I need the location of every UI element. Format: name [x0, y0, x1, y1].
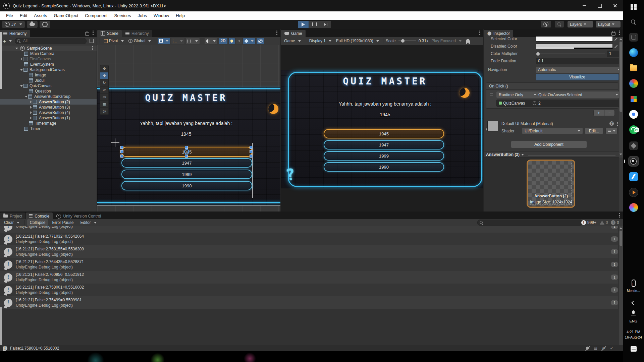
tab-scene[interactable]: Scene — [97, 30, 122, 37]
2d-toggle[interactable]: 2D — [219, 38, 227, 44]
hierarchy-item-answerbutton-4[interactable]: AnswerButton (4) — [0, 110, 97, 115]
audio-toggle[interactable] — [236, 38, 242, 44]
expand-arrow-icon[interactable] — [19, 85, 23, 87]
whatsapp-icon[interactable]: 26 — [629, 125, 638, 134]
console-scrollbar-thumb[interactable] — [620, 231, 622, 246]
menu-services[interactable]: Services — [111, 11, 135, 20]
hierarchy-item-timer[interactable]: Timer — [0, 126, 97, 131]
menu-file[interactable]: File — [3, 11, 16, 20]
hierarchy-item-quizcanvas[interactable]: QuizCanvas — [0, 83, 97, 88]
status-message[interactable]: False:2.758001=0.5516002 — [10, 346, 59, 351]
hierarchy-item-image[interactable]: Image — [0, 72, 97, 78]
move-tool-button[interactable]: ✛ — [100, 72, 108, 79]
console-search-field[interactable] — [477, 220, 583, 226]
hidden-icons-chevron[interactable] — [629, 298, 638, 307]
menu-edit[interactable]: Edit — [16, 11, 31, 20]
scene-answer-option-4[interactable]: 1990 — [121, 181, 252, 190]
editor-dropdown[interactable]: Editor — [77, 219, 99, 226]
game-answer-option-4[interactable]: 1990 — [324, 162, 444, 172]
start-button[interactable] — [629, 3, 638, 11]
drag-handle-icon[interactable] — [490, 93, 493, 96]
selection-handle[interactable] — [120, 146, 123, 149]
edge-browser-icon[interactable] — [629, 48, 638, 57]
google-app-icon[interactable] — [629, 79, 638, 88]
expand-arrow-icon[interactable] — [24, 96, 28, 98]
menu-assets[interactable]: Assets — [31, 11, 50, 20]
scene-picker-icon[interactable] — [88, 38, 95, 44]
effects-dropdown[interactable] — [243, 38, 255, 44]
color-multiplier-slider[interactable] — [536, 54, 605, 54]
resolution-dropdown[interactable]: Full HD (644x362) — [334, 38, 381, 44]
tab-hierarchy-docked[interactable]: Hierarchy — [122, 30, 152, 37]
snap-increment-toggle[interactable] — [186, 38, 200, 44]
menu-window[interactable]: Window — [150, 11, 172, 20]
console-log-entry[interactable]: [16:21:21] False:2.771032=0.5542064Unity… — [0, 233, 618, 245]
display-dropdown[interactable]: Display 1 — [308, 38, 333, 44]
tab-hierarchy[interactable]: Hierarchy — [0, 30, 30, 37]
eyedropper-icon[interactable] — [613, 37, 618, 41]
disabled-color-swatch[interactable] — [536, 44, 613, 49]
eyedropper-icon[interactable] — [613, 44, 618, 49]
console-log-entry[interactable]: [16:21:21] False:2.764435=0.5528871Unity… — [0, 258, 618, 271]
selection-handle[interactable] — [250, 146, 253, 149]
panel-menu-icon[interactable] — [619, 30, 620, 36]
selection-handle[interactable] — [120, 155, 123, 158]
view-tool-button[interactable]: ✥ — [100, 65, 108, 72]
scene-viewport[interactable]: QUIZ MASTER Yahhh, tapi jawaban yang ben… — [97, 45, 280, 212]
expand-arrow-icon[interactable] — [29, 101, 33, 103]
game-answer-option-2[interactable]: 1947 — [324, 140, 444, 149]
layout-dropdown[interactable]: Layout — [596, 21, 621, 27]
console-log-entry[interactable]: [16:21:21] False:2.75499=0.5509981UnityE… — [0, 296, 618, 309]
pause-button[interactable] — [309, 21, 320, 28]
hierarchy-item-main-camera[interactable]: Main Camera — [0, 51, 97, 56]
taskbar-search-button[interactable] — [629, 17, 638, 26]
shader-presets-button[interactable] — [605, 128, 618, 134]
selection-handle[interactable] — [250, 155, 253, 158]
clear-button[interactable]: Clear — [1, 219, 22, 226]
hidden-objects-toggle[interactable] — [257, 38, 264, 44]
menu-gameobject[interactable]: GameObject — [50, 11, 82, 20]
grid-snapping-toggle[interactable] — [158, 38, 170, 44]
hierarchy-search-input[interactable] — [22, 38, 84, 44]
inspector-scrollbar-thumb[interactable] — [620, 42, 622, 112]
debug-bug-icon[interactable] — [465, 38, 471, 44]
play-focused-dropdown[interactable]: Play Focused — [430, 38, 463, 44]
shader-edit-button[interactable]: Edit... — [585, 128, 603, 134]
selection-handle[interactable] — [185, 155, 188, 158]
fade-duration-field[interactable]: 0.1 — [536, 58, 623, 64]
custom-tool-button[interactable]: ◎ — [100, 108, 108, 115]
inspector-scrollbar[interactable] — [619, 37, 623, 158]
create-object-button[interactable]: + — [1, 38, 13, 44]
move-snap-toggle[interactable] — [171, 38, 184, 44]
on-click-function-dropdown[interactable]: Quiz.OnAnswerSelected — [536, 92, 621, 98]
chrome-icon[interactable] — [629, 110, 638, 119]
selection-handle[interactable] — [250, 150, 253, 153]
scale-slider[interactable] — [398, 41, 416, 41]
account-dropdown[interactable]: JY — [2, 21, 25, 28]
help-icon[interactable]: ? — [609, 121, 614, 126]
undo-history-button[interactable] — [541, 21, 551, 27]
hierarchy-item-backgroundcanvas[interactable]: BackgroundCanvas — [0, 67, 97, 72]
maximize-button[interactable] — [592, 0, 607, 11]
step-button[interactable] — [320, 21, 331, 28]
error-filter-badge[interactable]: !0 — [609, 220, 621, 226]
expand-arrow-icon[interactable] — [15, 48, 19, 49]
selected-color-swatch[interactable] — [536, 36, 613, 42]
code-coverage-icon[interactable]: ✓ — [609, 346, 614, 351]
menu-component[interactable]: Component — [82, 11, 111, 20]
preview-drag-handle[interactable] — [528, 154, 615, 156]
move-gizmo[interactable] — [111, 138, 119, 147]
lock-icon[interactable] — [85, 32, 89, 36]
console-search-input[interactable] — [485, 220, 580, 225]
cloud-services-button[interactable] — [27, 21, 38, 28]
selection-handle[interactable] — [185, 146, 188, 149]
scene-answer-option-3[interactable]: 1999 — [121, 170, 252, 179]
menu-jobs[interactable]: Jobs — [134, 11, 150, 20]
play-button[interactable] — [298, 21, 309, 28]
language-indicator[interactable]: ENG — [623, 319, 644, 323]
visualize-button[interactable]: Visualize — [536, 74, 619, 80]
hierarchy-item-judul[interactable]: Judul — [0, 78, 97, 83]
game-answer-option-1[interactable]: 1945 — [324, 129, 444, 138]
hierarchy-search-field[interactable] — [15, 38, 87, 44]
scale-tool-button[interactable]: ▱ — [100, 86, 108, 94]
